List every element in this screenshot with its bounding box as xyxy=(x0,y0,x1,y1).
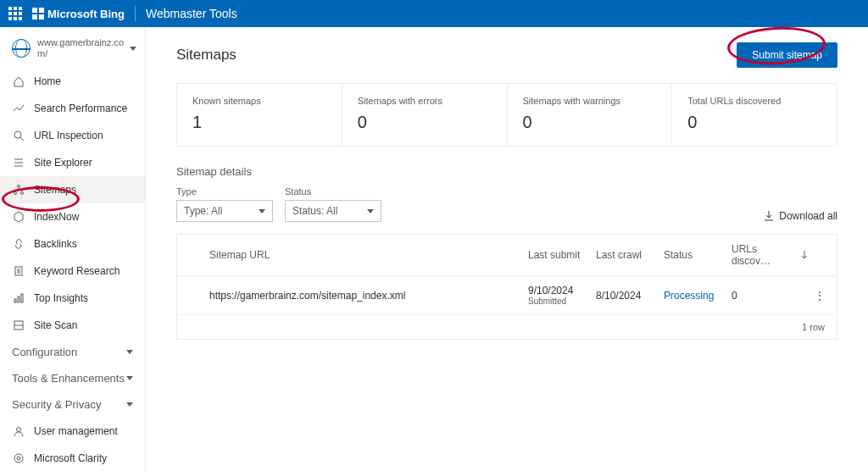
sitemap-icon xyxy=(12,183,25,197)
table-footer: 1 row xyxy=(177,315,837,339)
sidebar-item-label: User management xyxy=(34,425,118,437)
download-all-button[interactable]: Download all xyxy=(764,210,837,222)
sidebar-item-label: Keyword Research xyxy=(34,265,120,277)
svg-rect-3 xyxy=(39,14,44,19)
stat-value: 0 xyxy=(358,113,492,132)
sidebar-item-sitemaps[interactable]: Sitemaps xyxy=(0,176,145,203)
table-header: Sitemap URL Last submit Last crawl Statu… xyxy=(177,235,837,276)
sidebar-item-label: Microsoft Clarity xyxy=(34,452,107,464)
svg-rect-1 xyxy=(39,8,44,13)
cell-url: https://gamerbrainz.com/sitemap_index.xm… xyxy=(209,290,528,302)
globe-icon xyxy=(12,39,31,58)
stat-card: Total URLs discovered0 xyxy=(672,84,837,146)
sidebar-item-site-explorer[interactable]: Site Explorer xyxy=(0,149,145,176)
svg-rect-11 xyxy=(21,294,23,302)
svg-point-13 xyxy=(17,428,21,432)
sidebar-item-search-performance[interactable]: Search Performance xyxy=(0,95,145,122)
col-status[interactable]: Status xyxy=(664,249,732,261)
sidebar-section-security-privacy[interactable]: Security & Privacy xyxy=(0,391,145,418)
chevron-down-icon xyxy=(126,376,133,380)
link-icon xyxy=(12,237,25,251)
sidebar-item-label: Site Scan xyxy=(34,319,77,331)
sidebar: www.gamerbrainz.com/ HomeSearch Performa… xyxy=(0,27,146,471)
col-url[interactable]: Sitemap URL xyxy=(209,249,528,261)
details-title: Sitemap details xyxy=(176,165,837,178)
sidebar-item-backlinks[interactable]: Backlinks xyxy=(0,230,145,258)
header-divider xyxy=(135,6,136,21)
sidebar-item-top-insights[interactable]: Top Insights xyxy=(0,285,145,312)
svg-rect-0 xyxy=(32,8,37,13)
user-icon xyxy=(12,424,25,438)
stat-label: Known sitemaps xyxy=(192,96,326,106)
sidebar-item-microsoft-clarity[interactable]: Microsoft Clarity xyxy=(0,445,145,471)
stats-row: Known sitemaps1Sitemaps with errors0Site… xyxy=(176,83,837,147)
trend-icon xyxy=(12,102,25,115)
stat-card: Known sitemaps1 xyxy=(177,84,342,146)
stat-value: 0 xyxy=(687,113,821,132)
stat-label: Sitemaps with errors xyxy=(358,96,492,106)
sidebar-item-keyword-research[interactable]: Keyword Research xyxy=(0,258,145,285)
svg-point-14 xyxy=(14,454,23,463)
cell-urls: 0 xyxy=(732,290,808,302)
chevron-down-icon xyxy=(130,47,136,51)
sidebar-item-label: Top Insights xyxy=(34,292,88,304)
stat-label: Total URLs discovered xyxy=(687,96,821,106)
list-icon xyxy=(12,156,25,169)
search-icon xyxy=(12,129,25,142)
stat-label: Sitemaps with warnings xyxy=(523,96,657,106)
col-urls-discovered[interactable]: URLs discov… xyxy=(732,243,808,267)
status-select[interactable]: Status: All xyxy=(285,200,381,222)
chevron-down-icon xyxy=(367,209,374,213)
submit-sitemap-button[interactable]: Submit sitemap xyxy=(737,42,837,68)
app-launcher-icon[interactable] xyxy=(8,7,22,20)
cell-last-crawl: 8/10/2024 xyxy=(596,290,664,302)
sidebar-item-label: URL Inspection xyxy=(34,130,103,141)
app-header: Microsoft Bing Webmaster Tools xyxy=(0,0,868,27)
sidebar-item-label: IndexNow xyxy=(34,211,79,223)
sidebar-section-configuration[interactable]: Configuration xyxy=(0,339,145,365)
sidebar-item-url-inspection[interactable]: URL Inspection xyxy=(0,122,145,149)
chevron-down-icon xyxy=(126,350,133,354)
stat-value: 1 xyxy=(192,113,326,132)
sidebar-item-indexnow[interactable]: IndexNow xyxy=(0,203,145,230)
main-content: Sitemaps Submit sitemap Known sitemaps1S… xyxy=(146,27,868,471)
sort-down-icon xyxy=(801,251,808,259)
brand[interactable]: Microsoft Bing xyxy=(32,8,125,20)
sitemap-table: Sitemap URL Last submit Last crawl Statu… xyxy=(176,234,837,340)
svg-rect-9 xyxy=(14,299,16,302)
sidebar-item-label: Site Explorer xyxy=(34,157,92,169)
table-row[interactable]: https://gamerbrainz.com/sitemap_index.xm… xyxy=(177,276,837,315)
col-last-crawl[interactable]: Last crawl xyxy=(596,249,664,261)
svg-rect-10 xyxy=(18,296,19,302)
page-title: Sitemaps xyxy=(176,47,236,64)
chevron-down-icon xyxy=(259,209,265,213)
sidebar-item-user-management[interactable]: User management xyxy=(0,418,145,445)
row-actions[interactable]: ⋮ xyxy=(808,290,825,302)
svg-point-6 xyxy=(14,192,17,195)
site-picker[interactable]: www.gamerbrainz.com/ xyxy=(0,32,145,68)
tool-name[interactable]: Webmaster Tools xyxy=(146,7,237,20)
page-icon xyxy=(12,264,25,278)
type-label: Type xyxy=(176,186,273,197)
cell-status: Processing xyxy=(664,290,732,302)
site-name: www.gamerbrainz.com/ xyxy=(37,37,126,59)
sidebar-item-label: Search Performance xyxy=(34,103,127,114)
sidebar-item-label: Home xyxy=(34,75,61,87)
svg-point-15 xyxy=(17,457,20,460)
cell-last-submit: 9/10/2024Submitted xyxy=(528,285,596,306)
sidebar-item-home[interactable]: Home xyxy=(0,68,145,95)
brand-text: Microsoft Bing xyxy=(47,8,125,20)
download-icon xyxy=(764,211,774,221)
scan-icon xyxy=(12,319,25,332)
status-label: Status xyxy=(285,186,381,197)
svg-point-4 xyxy=(14,131,21,138)
type-select[interactable]: Type: All xyxy=(176,200,273,222)
stat-card: Sitemaps with warnings0 xyxy=(508,84,673,146)
insight-icon xyxy=(12,291,25,305)
clarity-icon xyxy=(12,452,25,465)
chevron-down-icon xyxy=(126,402,133,407)
col-last-submit[interactable]: Last submit xyxy=(528,249,596,261)
sidebar-item-label: Backlinks xyxy=(34,238,77,250)
sidebar-section-tools-enhancements[interactable]: Tools & Enhancements xyxy=(0,365,145,391)
sidebar-item-site-scan[interactable]: Site Scan xyxy=(0,312,145,339)
